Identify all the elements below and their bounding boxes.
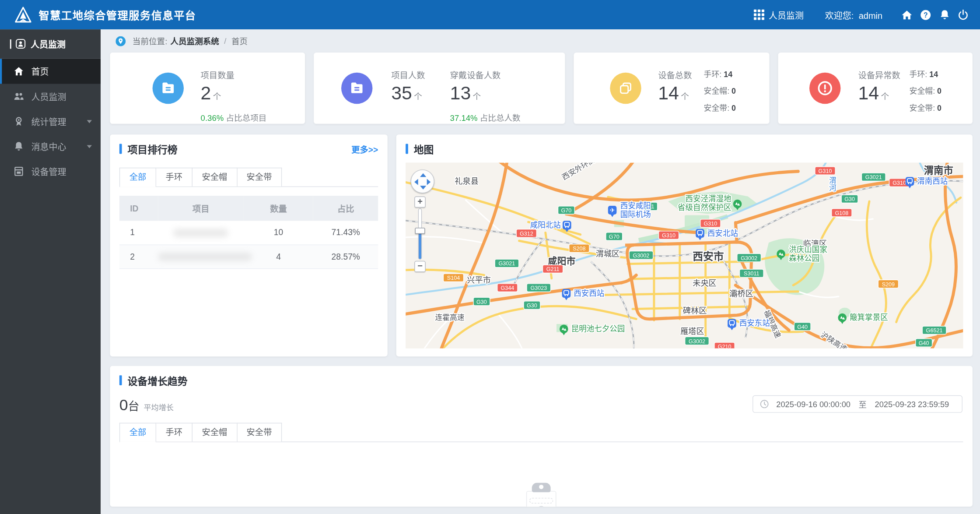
copy-icon <box>610 73 641 104</box>
power-icon[interactable] <box>958 9 969 21</box>
road-badge: G310 <box>658 231 679 239</box>
breadcrumb-system[interactable]: 人员监测系统 <box>170 35 219 47</box>
svg-text:G3002: G3002 <box>741 254 757 261</box>
grid-icon <box>754 9 764 20</box>
card-percent: 37.14% <box>450 113 478 123</box>
road-badge: G3021 <box>861 173 886 181</box>
tab-全部[interactable]: 全部 <box>119 168 156 187</box>
breakdown-row: 安全带: 0 <box>704 100 736 117</box>
road-badge: G310 <box>815 167 835 175</box>
breakdown-row: 手环: 14 <box>910 66 942 83</box>
trend-value: 0 <box>119 396 128 414</box>
svg-text:G30: G30 <box>476 298 487 305</box>
trend-title: 设备增长趋势 <box>127 373 187 387</box>
module-label: 人员监测 <box>769 8 804 21</box>
module-switcher[interactable]: 人员监测 <box>754 8 804 21</box>
card-project-count: 项目数量 2个 0.36% 占比总项目 <box>110 53 305 124</box>
road-badge: G30 <box>524 301 540 310</box>
svg-text:G40: G40 <box>919 340 929 346</box>
sidebar-item-label: 首页 <box>31 65 49 78</box>
road-badge: S209 <box>878 280 898 288</box>
column-header: 占比 <box>313 196 378 221</box>
app-title: 智慧工地综合管理服务信息平台 <box>39 7 196 23</box>
sidebar-header-bar <box>10 39 11 48</box>
svg-text:G211: G211 <box>546 266 560 272</box>
svg-text:西安北站: 西安北站 <box>707 229 738 237</box>
help-icon[interactable]: ? <box>920 9 931 21</box>
map-zoom-out-button[interactable]: − <box>414 261 426 272</box>
tab-手环[interactable]: 手环 <box>156 168 192 187</box>
breadcrumb-page[interactable]: 首页 <box>231 35 248 47</box>
map-panel: 地图 <box>396 134 973 356</box>
road-badge: G3002 <box>737 253 761 262</box>
menu-icon <box>14 141 24 151</box>
tab-安全带[interactable]: 安全带 <box>237 168 282 187</box>
breakdown-row: 安全帽: 0 <box>704 83 736 100</box>
svg-text:G3021: G3021 <box>499 260 515 267</box>
card-value: 2 <box>201 83 211 103</box>
folder-icon <box>341 73 372 104</box>
tab-全部[interactable]: 全部 <box>119 423 156 442</box>
home-icon[interactable] <box>901 9 913 21</box>
card-percent: 0.36% <box>201 113 224 123</box>
svg-text:西安泾渭湿地: 西安泾渭湿地 <box>685 194 731 203</box>
breadcrumb: 当前位置: 人员监测系统 / 首页 <box>110 29 972 53</box>
folder-icon <box>153 73 184 104</box>
cell-ratio: 28.57% <box>313 245 378 268</box>
card-value2: 13 <box>450 83 471 103</box>
sidebar-item-1[interactable]: 首页 <box>0 59 101 84</box>
svg-text:连霍高速: 连霍高速 <box>435 313 464 322</box>
chevron-down-icon <box>87 145 92 148</box>
svg-text:灞桥区: 灞桥区 <box>729 289 753 298</box>
tab-安全帽[interactable]: 安全帽 <box>192 168 237 187</box>
tab-手环[interactable]: 手环 <box>156 423 192 442</box>
device-breakdown: 手环: 14安全帽: 0安全带: 0 <box>704 53 736 117</box>
svg-text:S209: S209 <box>882 281 895 287</box>
tab-安全带[interactable]: 安全带 <box>237 423 282 442</box>
column-header: 数量 <box>244 196 314 221</box>
sidebar-item-5[interactable]: 设备管理 <box>0 159 101 184</box>
empty-data-icon <box>526 483 556 507</box>
svg-text:G310: G310 <box>819 168 832 174</box>
sidebar-menu: 首页人员监测统计管理消息中心设备管理 <box>0 59 101 184</box>
road-badge: G6521 <box>922 326 946 334</box>
svg-text:森林公园: 森林公园 <box>789 254 819 263</box>
road-badge: G310 <box>700 219 721 228</box>
date-end: 2025-09-23 23:59:59 <box>875 399 949 408</box>
breadcrumb-separator: / <box>224 36 226 46</box>
notifications-icon[interactable] <box>939 9 950 21</box>
sidebar-title: 人员监测 <box>31 38 66 50</box>
menu-icon <box>14 116 24 127</box>
breakdown-row: 安全带: 0 <box>910 100 942 117</box>
welcome-text: 欢迎您:admin <box>825 8 882 21</box>
map-canvas[interactable]: 礼泉县西安外环高速渭南市渭河临潼区渭城区咸阳市兴平市西安市未央区灞桥区碑林区雁塔… <box>406 162 963 348</box>
sidebar-item-4[interactable]: 消息中心 <box>0 134 101 159</box>
cell-ratio: 71.43% <box>313 221 378 244</box>
sidebar-item-2[interactable]: 人员监测 <box>0 84 101 109</box>
svg-text:G210: G210 <box>718 343 732 348</box>
svg-text:西安东站: 西安东站 <box>739 319 770 327</box>
map-zoom-handle[interactable] <box>415 228 425 234</box>
map-zoom-in-button[interactable]: + <box>414 197 426 208</box>
svg-text:G310: G310 <box>892 180 906 186</box>
svg-text:S104: S104 <box>447 275 460 281</box>
date-range-picker[interactable]: 2025-09-16 00:00:00 至 2025-09-23 23:59:5… <box>752 395 962 413</box>
road-badge: G211 <box>542 265 563 273</box>
map-pan-control[interactable] <box>411 169 434 193</box>
card-percent-label: 占比总项目 <box>226 113 266 123</box>
ranking-table: ID项目数量占比 11071.43%2428.57% <box>119 196 378 268</box>
main-content: 当前位置: 人员监测系统 / 首页 项目数量 2个 0.36% 占比总项目 <box>101 29 980 514</box>
welcome-label: 欢迎您: <box>825 11 854 21</box>
sidebar-item-3[interactable]: 统计管理 <box>0 109 101 134</box>
svg-text:G40: G40 <box>797 324 808 330</box>
sidebar-header: 人员监测 <box>0 29 101 59</box>
ranking-title: 项目排行榜 <box>127 141 177 156</box>
svg-text:昆明池七夕公园: 昆明池七夕公园 <box>571 324 625 333</box>
card-people: 项目人数 35个 穿戴设备人数 13个 37.14% 占比总人数 <box>314 53 565 124</box>
svg-text:洪庆山国家: 洪庆山国家 <box>789 245 827 254</box>
more-link[interactable]: 更多>> <box>351 143 378 155</box>
road-badge: S104 <box>443 274 463 282</box>
sidebar: 人员监测 首页人员监测统计管理消息中心设备管理 <box>0 29 101 514</box>
road-badge: G210 <box>714 342 735 349</box>
tab-安全帽[interactable]: 安全帽 <box>192 423 237 442</box>
